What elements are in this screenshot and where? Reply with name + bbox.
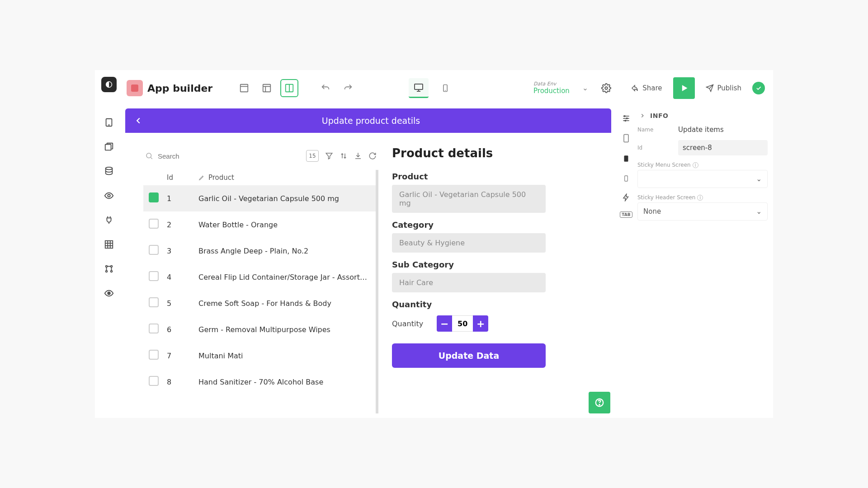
row-id: 2 xyxy=(167,221,198,229)
settings-list-icon[interactable] xyxy=(622,114,631,123)
table-row[interactable]: 6Germ - Removal Multipurpose Wipes xyxy=(143,316,376,343)
eye-icon[interactable] xyxy=(101,188,117,203)
table-row[interactable]: 5Creme Soft Soap - For Hands & Body xyxy=(143,290,376,316)
redo-icon[interactable] xyxy=(339,79,357,97)
row-product: Germ - Removal Multipurpose Wipes xyxy=(198,325,370,334)
download-icon[interactable] xyxy=(354,152,362,160)
table-row[interactable]: 8Hand Sanitizer - 70% Alcohol Base xyxy=(143,369,376,395)
device-desktop-icon[interactable] xyxy=(409,78,429,98)
home-icon[interactable] xyxy=(101,77,117,92)
app-title: App builder xyxy=(147,83,212,94)
row-product: Cereal Flip Lid Container/Storage Jar - … xyxy=(198,273,370,282)
sort-icon[interactable] xyxy=(340,152,348,160)
tablet-icon[interactable] xyxy=(101,115,117,130)
row-id: 7 xyxy=(167,352,198,360)
tab-icon[interactable]: TAB xyxy=(620,211,632,218)
svg-point-41 xyxy=(599,404,599,405)
left-nav-rail xyxy=(95,70,123,418)
row-checkbox[interactable] xyxy=(149,192,159,202)
screens-icon[interactable] xyxy=(101,139,117,155)
chevron-down-icon: ⌄ xyxy=(756,175,762,183)
row-checkbox[interactable] xyxy=(149,324,159,333)
table-row[interactable]: 4Cereal Flip Lid Container/Storage Jar -… xyxy=(143,264,376,290)
svg-rect-39 xyxy=(625,176,628,181)
undo-icon[interactable] xyxy=(316,79,335,97)
layout-single-icon[interactable] xyxy=(235,79,253,97)
sticky-menu-select[interactable]: ⌄ xyxy=(637,170,768,188)
row-id: 3 xyxy=(167,247,198,255)
preview-icon[interactable] xyxy=(101,286,117,301)
row-id: 4 xyxy=(167,273,198,282)
page-size-badge[interactable]: 15 xyxy=(306,150,319,162)
table-row[interactable]: 1Garlic Oil - Vegetarian Capsule 500 mg xyxy=(143,185,376,211)
row-id: 6 xyxy=(167,325,198,334)
workflow-icon[interactable] xyxy=(101,261,117,277)
svg-point-11 xyxy=(106,266,108,267)
table-row[interactable]: 2Water Bottle - Orange xyxy=(143,211,376,238)
device-mobile-icon[interactable] xyxy=(435,78,455,98)
device-medium-icon[interactable] xyxy=(622,154,630,164)
qty-minus-button[interactable]: − xyxy=(437,315,452,332)
app-header-bar: Update product deatils xyxy=(125,108,611,133)
share-button[interactable]: Share xyxy=(624,80,668,96)
svg-point-35 xyxy=(626,118,627,119)
row-checkbox[interactable] xyxy=(149,245,159,255)
subcategory-label: Sub Category xyxy=(392,260,573,269)
svg-rect-23 xyxy=(415,84,423,89)
back-icon[interactable] xyxy=(133,116,143,126)
svg-rect-6 xyxy=(105,241,113,249)
svg-point-29 xyxy=(146,153,151,158)
design-canvas: Update product deatils 15 xyxy=(125,108,611,418)
chevron-down-icon: ⌄ xyxy=(756,207,762,216)
chevron-right-icon[interactable] xyxy=(639,113,646,119)
play-button[interactable] xyxy=(673,77,695,99)
data-env-selector[interactable]: Data Env Production xyxy=(533,81,570,95)
row-checkbox[interactable] xyxy=(149,297,159,307)
svg-point-28 xyxy=(605,87,608,89)
search-input[interactable] xyxy=(158,152,217,160)
svg-rect-38 xyxy=(624,155,628,162)
row-checkbox[interactable] xyxy=(149,271,159,281)
svg-line-30 xyxy=(151,158,152,159)
sticky-header-select[interactable]: None ⌄ xyxy=(637,202,768,221)
publish-button[interactable]: Publish xyxy=(699,80,748,96)
row-product: Brass Angle Deep - Plain, No.2 xyxy=(198,247,370,255)
product-value: Garlic Oil - Vegetarian Capsule 500 mg xyxy=(392,185,546,213)
prop-name-value[interactable]: Update items xyxy=(678,126,724,134)
svg-rect-3 xyxy=(105,145,111,150)
filter-icon[interactable] xyxy=(325,152,333,160)
grid-icon[interactable] xyxy=(101,237,117,252)
update-data-button[interactable]: Update Data xyxy=(392,343,546,368)
row-checkbox[interactable] xyxy=(149,376,159,386)
qty-value[interactable]: 50 xyxy=(452,315,473,332)
search-icon xyxy=(145,152,153,160)
table-row[interactable]: 7Multani Mati xyxy=(143,343,376,369)
quantity-header: Quantity xyxy=(392,300,573,309)
prop-id-value[interactable]: screen-8 xyxy=(678,140,768,155)
col-id: Id xyxy=(167,174,198,182)
layout-split-icon[interactable] xyxy=(280,79,298,97)
device-large-icon[interactable] xyxy=(622,133,631,144)
database-icon[interactable] xyxy=(101,164,117,179)
plugin-icon[interactable] xyxy=(101,212,117,228)
device-small-icon[interactable] xyxy=(623,174,630,183)
svg-rect-37 xyxy=(624,135,628,142)
row-checkbox[interactable] xyxy=(149,219,159,229)
quantity-stepper: − 50 + xyxy=(437,315,488,332)
qty-plus-button[interactable]: + xyxy=(473,315,488,332)
help-button[interactable] xyxy=(589,392,610,413)
table-row[interactable]: 3Brass Angle Deep - Plain, No.2 xyxy=(143,238,376,264)
info-icon: i xyxy=(697,195,703,201)
inspector-section-title: INFO xyxy=(650,112,668,119)
refresh-icon[interactable] xyxy=(368,152,377,160)
prop-stickymenu-label: Sticky Menu Screeni xyxy=(637,162,768,168)
app-bar-title: Update product deatils xyxy=(152,116,603,126)
row-product: Multani Mati xyxy=(198,352,370,360)
row-product: Creme Soft Soap - For Hands & Body xyxy=(198,299,370,308)
inspector-panel: TAB INFO Name Update items Id screen-8 xyxy=(615,108,773,418)
settings-icon[interactable] xyxy=(597,79,615,97)
svg-rect-18 xyxy=(263,84,271,92)
action-icon[interactable] xyxy=(622,193,630,202)
row-checkbox[interactable] xyxy=(149,350,159,360)
layout-sidebar-icon[interactable] xyxy=(258,79,276,97)
